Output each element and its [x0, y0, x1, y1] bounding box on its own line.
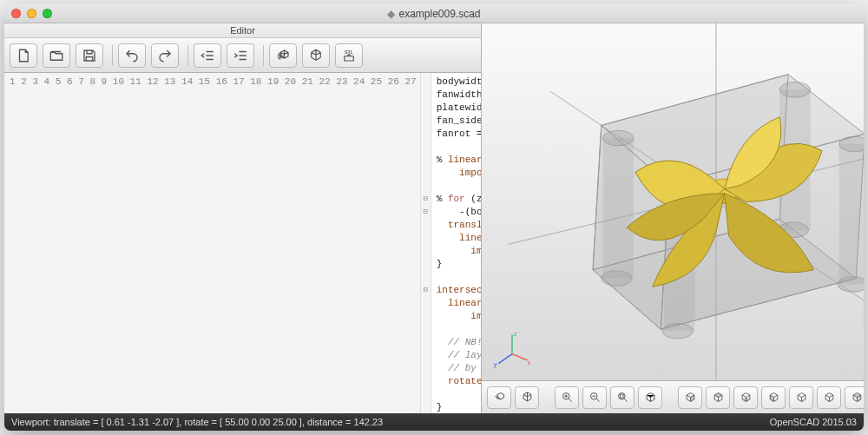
reset-view-button[interactable]: [638, 386, 662, 409]
reset-view-icon: [644, 391, 657, 404]
open-icon: [49, 48, 64, 63]
view-front-button[interactable]: [789, 386, 813, 409]
cube-back-icon: [823, 391, 836, 404]
fold-gutter: ⊟⊟⊟: [421, 73, 431, 413]
document-modified-icon: ◆: [387, 8, 395, 20]
view-left-button[interactable]: [761, 386, 786, 409]
new-icon: [16, 48, 31, 63]
redo-icon: [157, 48, 173, 63]
maximize-window-button[interactable]: [43, 9, 52, 18]
view-diagonal-button[interactable]: [845, 386, 864, 409]
export-stl-button[interactable]: STL: [335, 43, 363, 68]
indent-button[interactable]: [227, 43, 254, 68]
cube-top-icon: [712, 391, 725, 404]
titlebar: ◆example009.scad: [4, 4, 864, 23]
view-right-button[interactable]: [678, 386, 702, 409]
editor-pane: Editor: [4, 23, 482, 413]
unindent-icon: [200, 48, 215, 63]
zoom-in-button[interactable]: [555, 386, 579, 409]
code-editor[interactable]: 1 2 3 4 5 6 7 8 9 10 11 12 13 14 15 16 1…: [4, 73, 481, 413]
axis-z-label: z: [514, 330, 517, 338]
zoom-fit-icon: [616, 391, 629, 404]
svg-point-28: [618, 393, 625, 400]
viewer-pane: z x y: [482, 23, 864, 413]
svg-rect-20: [839, 144, 864, 284]
code-content[interactable]: bodywidth = dxf_dim(file = "example009.d…: [431, 73, 481, 413]
view-top-button[interactable]: [706, 386, 730, 409]
stl-icon: STL: [341, 48, 357, 63]
viewport-status: Viewport: translate = [ 0.61 -1.31 -2.07…: [11, 417, 383, 427]
zoom-out-button[interactable]: [582, 386, 607, 409]
render-icon: [521, 391, 534, 404]
preview-icon: [275, 48, 291, 63]
cube-front-icon: [795, 391, 808, 404]
cube-right-icon: [684, 391, 697, 404]
viewer-toolbar: [482, 380, 864, 413]
window-title: ◆example009.scad: [4, 8, 864, 20]
preview-icon: [493, 391, 506, 404]
zoom-out-icon: [589, 391, 602, 404]
viewer-preview-button[interactable]: [487, 386, 511, 409]
unindent-button[interactable]: [194, 43, 221, 68]
save-icon: [82, 48, 97, 63]
view-bottom-button[interactable]: [733, 386, 758, 409]
undo-icon: [124, 48, 140, 63]
axis-x-label: x: [527, 359, 530, 366]
svg-line-25: [498, 354, 512, 364]
zoom-in-icon: [561, 391, 574, 404]
cube-bottom-icon: [740, 391, 753, 404]
minimize-window-button[interactable]: [27, 9, 36, 18]
3d-render: [482, 23, 864, 380]
main-content: Editor: [4, 23, 864, 413]
window-controls: [11, 9, 52, 18]
statusbar: Viewport: translate = [ 0.61 -1.31 -2.07…: [4, 413, 864, 431]
zoom-fit-button[interactable]: [610, 386, 635, 409]
redo-button[interactable]: [151, 43, 179, 68]
indent-icon: [233, 48, 248, 63]
render-icon: [308, 48, 324, 63]
cube-left-icon: [767, 391, 780, 404]
new-button[interactable]: [10, 43, 37, 68]
svg-line-24: [512, 354, 527, 360]
view-back-button[interactable]: [817, 386, 841, 409]
line-number-gutter: 1 2 3 4 5 6 7 8 9 10 11 12 13 14 15 16 1…: [4, 73, 421, 413]
axis-y-label: y: [494, 360, 497, 368]
version-label: OpenSCAD 2015.03: [770, 417, 857, 427]
axis-gizmo: z x y: [492, 330, 532, 370]
open-button[interactable]: [43, 43, 70, 68]
editor-toolbar: STL: [4, 38, 481, 73]
svg-text:STL: STL: [345, 49, 354, 54]
undo-button[interactable]: [118, 43, 146, 68]
app-window: ◆example009.scad Editor: [4, 4, 864, 431]
close-window-button[interactable]: [11, 9, 21, 18]
svg-rect-11: [603, 138, 634, 278]
viewer-render-button[interactable]: [515, 386, 539, 409]
render-button[interactable]: [302, 43, 330, 68]
svg-rect-29: [620, 394, 623, 398]
save-button[interactable]: [76, 43, 103, 68]
preview-button[interactable]: [269, 43, 297, 68]
cube-diag-icon: [851, 391, 864, 404]
3d-viewport[interactable]: z x y: [482, 23, 864, 380]
editor-pane-label: Editor: [4, 23, 481, 38]
